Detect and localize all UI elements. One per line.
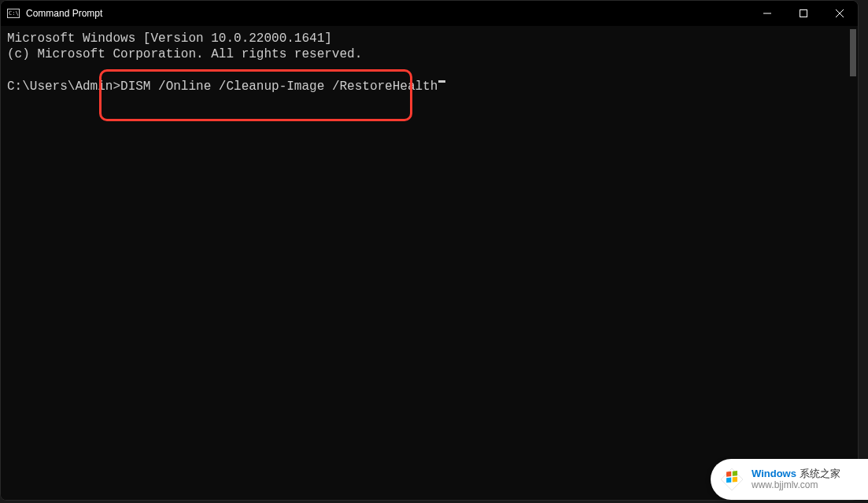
terminal-prompt: C:\Users\Admin>	[7, 79, 120, 94]
terminal-body[interactable]: Microsoft Windows [Version 10.0.22000.16…	[1, 26, 858, 500]
svg-marker-6	[721, 468, 743, 490]
command-prompt-window: C:\ Command Prompt Microsoft Windows [Ve…	[0, 0, 859, 501]
terminal-blank-line	[7, 63, 851, 79]
watermark-url: www.bjjmlv.com	[752, 480, 840, 490]
svg-rect-10	[733, 477, 737, 483]
window-title: Command Prompt	[26, 8, 102, 19]
windows-logo-icon	[718, 466, 745, 493]
cmd-icon: C:\	[7, 7, 20, 20]
terminal-line-copyright: (c) Microsoft Corporation. All rights re…	[7, 46, 851, 62]
window-controls	[749, 1, 858, 26]
watermark-text: Windows 系统之家 www.bjjmlv.com	[752, 468, 840, 490]
svg-rect-3	[800, 10, 807, 17]
terminal-cursor	[438, 80, 445, 83]
titlebar[interactable]: C:\ Command Prompt	[1, 1, 858, 26]
watermark-brand: Windows	[752, 468, 796, 479]
watermark-badge: Windows 系统之家 www.bjjmlv.com	[711, 459, 868, 500]
close-button[interactable]	[822, 1, 858, 26]
terminal-line-version: Microsoft Windows [Version 10.0.22000.16…	[7, 31, 851, 46]
vertical-scrollbar[interactable]	[850, 29, 856, 76]
minimize-button[interactable]	[749, 1, 785, 26]
maximize-button[interactable]	[785, 1, 822, 26]
terminal-prompt-line: C:\Users\Admin>DISM /Online /Cleanup-Ima…	[7, 79, 851, 94]
terminal-command: DISM /Online /Cleanup-Image /RestoreHeal…	[120, 79, 438, 94]
svg-rect-9	[726, 478, 731, 483]
watermark-cn: 系统之家	[796, 468, 840, 479]
svg-rect-7	[726, 472, 731, 477]
svg-rect-8	[733, 471, 737, 476]
svg-text:C:\: C:\	[9, 10, 19, 17]
